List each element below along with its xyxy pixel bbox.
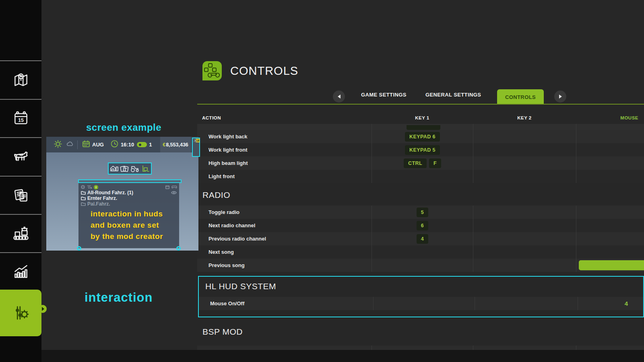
key1-cell[interactable]: 5	[372, 206, 473, 219]
action-label: Toggle radio	[197, 206, 372, 219]
key-badge[interactable]: F	[429, 158, 441, 168]
key2-cell[interactable]	[473, 143, 576, 156]
key-badge[interactable]: 4	[417, 234, 428, 244]
calendar-icon: 15	[12, 109, 30, 128]
speed-label: 1	[149, 142, 152, 148]
gamepad-mini-icon	[171, 185, 177, 189]
panel-list: All-Round Fahrz. (1)Ernter Fahrz.Pal.Fah…	[78, 190, 179, 207]
arrow-right-icon	[559, 95, 562, 99]
key-badge[interactable]: CTRL	[404, 158, 427, 168]
mouse-cell[interactable]: 4	[578, 297, 643, 310]
key1-cell[interactable]	[372, 259, 473, 272]
tab-game-settings[interactable]: GAME SETTINGS	[361, 92, 407, 98]
hud-panel: i All-Round Fahrz. (1)Ernter Fahrz.Pal.F…	[78, 183, 179, 248]
table-row[interactable]: Toggle radio5	[197, 206, 644, 219]
tabs-prev-button[interactable]	[333, 90, 345, 103]
table-row[interactable]: Next song	[197, 245, 644, 259]
sidebar-item-statistics[interactable]	[0, 253, 41, 290]
panel-list-item: All-Round Fahrz. (1)	[78, 190, 179, 195]
table-row[interactable]: Previous radio channel4	[197, 232, 644, 245]
header-mouse: MOUSE	[576, 115, 644, 120]
box-mini-icon	[165, 185, 170, 189]
mouse-binding-value: 4	[625, 300, 628, 307]
arrow-left-icon	[338, 95, 341, 99]
table-row[interactable]: Previous song	[197, 259, 644, 272]
topbar-divider	[77, 140, 78, 149]
sidebar-item-production[interactable]	[0, 215, 41, 252]
tabs-next-button[interactable]	[554, 90, 566, 103]
eye-icon	[171, 191, 177, 195]
mouse-cell[interactable]	[576, 143, 644, 156]
action-label: High beam light	[197, 156, 372, 170]
panel-item-label: Pal.Fahrz.	[87, 201, 110, 207]
key1-cell[interactable]	[373, 297, 475, 310]
key1-cell[interactable]: KEYPAD 5	[372, 143, 473, 156]
panel-list-item: Ernter Fahrz.	[78, 195, 179, 201]
mouse-cell[interactable]	[576, 156, 644, 170]
key2-cell[interactable]	[473, 245, 576, 259]
key2-cell[interactable]	[473, 130, 576, 143]
table-row[interactable]: Mouse On/Off4	[199, 297, 643, 310]
key1-cell[interactable]: 6	[372, 219, 473, 232]
folder-icon	[81, 202, 86, 206]
tab-controls-active[interactable]: CONTROLS	[497, 89, 544, 105]
page-title: CONTROLS	[230, 64, 298, 78]
mouse-cell[interactable]	[576, 245, 644, 259]
sidebar-separator	[0, 60, 41, 61]
table-row[interactable]: Light front	[197, 170, 644, 183]
mouse-cell[interactable]	[576, 232, 644, 245]
key-badge[interactable]: 5	[417, 208, 428, 217]
annotation-screen-example: screen example	[86, 122, 161, 133]
mouse-cell[interactable]	[576, 130, 644, 143]
key2-cell[interactable]	[473, 156, 576, 170]
action-label: Previous song	[197, 259, 372, 272]
controls-table: ACTION KEY 1 KEY 2 MOUSE Work light back…	[197, 112, 644, 353]
action-label: Next song	[197, 245, 372, 259]
table-row[interactable]: High beam lightCTRLF	[197, 156, 644, 170]
key1-cell[interactable]: KEYPAD 6	[372, 130, 473, 143]
key2-cell[interactable]	[473, 232, 576, 245]
controls-settings-icon	[11, 303, 31, 323]
table-groups: Work light backKEYPAD 6Work light frontK…	[197, 130, 644, 342]
sidebar-item-controls-active[interactable]	[0, 290, 41, 336]
mouse-cell[interactable]	[576, 259, 644, 272]
key2-cell[interactable]	[475, 297, 578, 310]
table-row[interactable]: Work light backKEYPAD 6	[197, 130, 644, 143]
annotation-interaction: interaction	[85, 290, 153, 305]
key2-cell[interactable]	[473, 206, 576, 219]
table-header: ACTION KEY 1 KEY 2 MOUSE	[197, 112, 644, 124]
table-row[interactable]: Work light frontKEYPAD 5	[197, 143, 644, 156]
stacker-icon	[141, 165, 150, 173]
table-group: Work light backKEYPAD 6Work light frontK…	[197, 130, 644, 183]
mouse-cell[interactable]	[576, 206, 644, 219]
key1-cell[interactable]	[372, 245, 473, 259]
sidebar: 15	[0, 0, 41, 362]
section-title: BSP MOD	[197, 320, 644, 342]
key1-cell[interactable]: 4	[372, 232, 473, 245]
inset-hud-topbar: AUG 16:10 1 €8,553,436	[46, 137, 198, 152]
section-title: HL HUD SYSTEM	[199, 277, 643, 297]
table-row[interactable]: Next radio channel6	[197, 219, 644, 232]
mouse-binding-bar[interactable]	[579, 260, 644, 270]
mouse-cell[interactable]	[576, 170, 644, 183]
resize-handle-right	[176, 246, 181, 251]
key2-cell[interactable]	[473, 259, 576, 272]
documents-icon	[12, 186, 30, 204]
key-badge[interactable]: 6	[417, 221, 428, 230]
sidebar-item-calendar[interactable]: 15	[0, 100, 41, 137]
sidebar-item-animals[interactable]	[0, 138, 41, 175]
key-badge[interactable]: KEYPAD 6	[405, 132, 440, 142]
key2-cell[interactable]	[473, 219, 576, 232]
sidebar-item-finances[interactable]	[0, 177, 41, 214]
clock-icon	[110, 140, 119, 150]
key2-cell[interactable]	[473, 170, 576, 183]
sidebar-item-map[interactable]	[0, 62, 41, 99]
key1-cell[interactable]: CTRLF	[372, 156, 473, 170]
mouse-cell[interactable]	[576, 219, 644, 232]
key-badge[interactable]: KEYPAD 5	[405, 145, 440, 155]
notch-arrow-icon	[42, 307, 44, 311]
key1-cell[interactable]	[372, 170, 473, 183]
tractor-icon	[130, 165, 140, 173]
tab-general-settings[interactable]: GENERAL SETTINGS	[425, 92, 481, 98]
screen: 15	[0, 0, 644, 362]
